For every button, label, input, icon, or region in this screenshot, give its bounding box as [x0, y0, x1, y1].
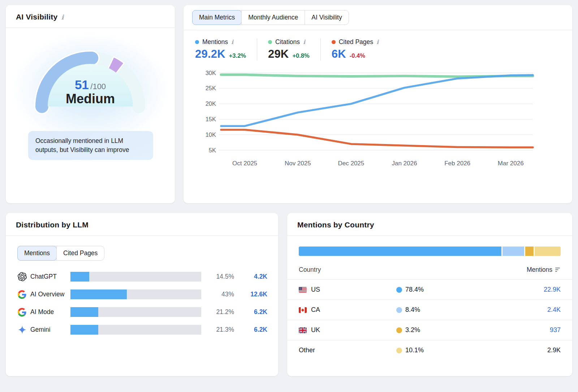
country-table-header: Country Mentions: [287, 256, 572, 279]
metric-citations: Citations i 29K +0.8%: [257, 38, 320, 61]
tab-ai-visibility[interactable]: AI Visibility: [305, 10, 348, 25]
metric-value: 29K: [268, 48, 289, 61]
metric-label: Mentions: [202, 38, 228, 46]
svg-text:15K: 15K: [206, 116, 216, 122]
metrics-tabs: Main Metrics Monthly Audience AI Visibil…: [192, 10, 349, 25]
svg-text:Jan 2026: Jan 2026: [392, 160, 417, 167]
metric-delta: +0.8%: [292, 52, 309, 59]
llm-card-header: Distribution by LLM: [6, 213, 278, 236]
share-dot-icon: [396, 348, 402, 353]
country-row-us: US 78.4% 22.9K: [287, 279, 572, 300]
score-max: /100: [90, 82, 106, 91]
llm-card-title: Distribution by LLM: [16, 221, 89, 229]
tab-cited-pages[interactable]: Cited Pages: [56, 246, 104, 260]
country-card-title: Mentions by Country: [297, 221, 374, 229]
metrics-row: Mentions i 29.2K +3.2% Citations i 29K +…: [184, 30, 572, 61]
info-icon[interactable]: i: [231, 39, 233, 45]
column-mentions: Mentions: [527, 266, 552, 274]
country-value: 2.9K: [547, 347, 561, 354]
llm-percent: 14.5%: [201, 273, 234, 280]
country-row-ca: CA 8.4% 2.4K: [287, 300, 572, 320]
country-percent: 10.1%: [405, 347, 424, 354]
svg-text:20K: 20K: [206, 100, 216, 107]
us-flag-icon: [299, 287, 307, 293]
llm-bar-fill: [70, 289, 127, 299]
tab-monthly-audience[interactable]: Monthly Audience: [241, 10, 305, 25]
country-code: UK: [311, 326, 320, 334]
llm-row-ai-overview: AI Overview 43% 12.6K: [6, 286, 278, 303]
country-row-other: Other 10.1% 2.9K: [287, 340, 572, 360]
share-dot-icon: [396, 327, 402, 333]
llm-row-ai-mode: AI Mode 21.2% 6.2K: [6, 303, 278, 321]
score-value: 51: [75, 78, 89, 92]
llm-row-chatgpt: ChatGPT 14.5% 4.2K: [6, 268, 278, 286]
citations-dot-icon: [268, 40, 272, 44]
llm-name: AI Overview: [30, 291, 70, 298]
country-code: CA: [311, 306, 320, 314]
llm-bar-fill: [70, 307, 98, 317]
llm-bar-track: [70, 325, 201, 335]
llm-value-link[interactable]: 6.2K: [234, 326, 267, 334]
country-percent: 3.2%: [405, 326, 420, 334]
country-row-uk: UK 3.2% 937: [287, 320, 572, 340]
country-card-header: Mentions by Country: [287, 213, 572, 236]
llm-bar-fill: [70, 325, 98, 335]
country-percent: 78.4%: [405, 286, 424, 293]
info-icon[interactable]: i: [376, 39, 379, 45]
mentions-by-country-card: Mentions by Country Country Mentions US …: [287, 213, 572, 376]
metric-label: Citations: [275, 38, 300, 46]
llm-percent: 21.2%: [201, 308, 234, 316]
sort-desc-icon[interactable]: [555, 267, 561, 272]
chatgpt-icon: [17, 272, 27, 281]
main-metrics-card: Main Metrics Monthly Audience AI Visibil…: [184, 5, 572, 203]
llm-row-gemini: Gemini 21.3% 6.2K: [6, 321, 278, 339]
info-icon[interactable]: i: [61, 13, 64, 21]
country-percent: 8.4%: [405, 306, 420, 314]
ca-flag-icon: [299, 307, 307, 313]
share-dot-icon: [396, 307, 402, 313]
svg-text:30K: 30K: [206, 70, 216, 76]
metric-delta: +3.2%: [229, 52, 246, 59]
share-dot-icon: [396, 287, 402, 293]
ai-visibility-card: AI Visibility i 51 /100 Medium Occasiona…: [6, 5, 175, 203]
mentions-dot-icon: [195, 40, 199, 44]
svg-text:5K: 5K: [209, 147, 216, 153]
google-icon: [17, 308, 27, 317]
gauge-score: 51 /100: [29, 78, 152, 92]
info-icon[interactable]: i: [303, 39, 305, 45]
country-value-link[interactable]: 22.9K: [544, 286, 561, 293]
llm-value-link[interactable]: 4.2K: [234, 273, 267, 280]
metric-cited-pages: Cited Pages i 6K -0.4%: [320, 38, 389, 61]
llm-value-link[interactable]: 6.2K: [234, 308, 267, 316]
llm-percent: 43%: [201, 291, 234, 298]
stacked-segment-other: [535, 247, 561, 256]
llm-bar-fill: [70, 272, 89, 282]
llm-value-link[interactable]: 12.6K: [234, 291, 267, 298]
svg-text:10K: 10K: [206, 131, 216, 138]
cited-pages-dot-icon: [332, 40, 336, 44]
svg-text:Nov 2025: Nov 2025: [285, 160, 311, 167]
tab-main-metrics[interactable]: Main Metrics: [192, 10, 242, 25]
metrics-line-chart: 5K10K15K20K25K30KOct 2025Nov 2025Dec 202…: [194, 65, 561, 175]
google-icon: [17, 290, 27, 299]
country-value-link[interactable]: 937: [550, 326, 561, 334]
llm-name: Gemini: [30, 326, 70, 334]
ai-visibility-gauge: 51 /100 Medium: [29, 44, 152, 117]
gemini-icon: [17, 326, 27, 334]
distribution-by-llm-card: Distribution by LLM Mentions Cited Pages…: [6, 213, 278, 376]
metrics-tabstrip: Main Metrics Monthly Audience AI Visibil…: [184, 5, 572, 30]
svg-text:Dec 2025: Dec 2025: [338, 160, 364, 167]
llm-name: ChatGPT: [30, 273, 70, 280]
llm-bar-track: [70, 289, 201, 299]
country-stacked-bar: [299, 247, 561, 256]
llm-name: AI Mode: [30, 308, 70, 316]
llm-tabstrip: Mentions Cited Pages: [17, 246, 278, 261]
metric-label: Cited Pages: [339, 38, 373, 46]
stacked-segment-us: [299, 247, 501, 256]
country-value-link[interactable]: 2.4K: [547, 306, 561, 314]
llm-bar-track: [70, 307, 201, 317]
ai-visibility-header: AI Visibility i: [6, 5, 175, 28]
country-code: US: [311, 286, 320, 293]
score-level: Medium: [29, 91, 152, 106]
tab-mentions[interactable]: Mentions: [17, 246, 57, 261]
